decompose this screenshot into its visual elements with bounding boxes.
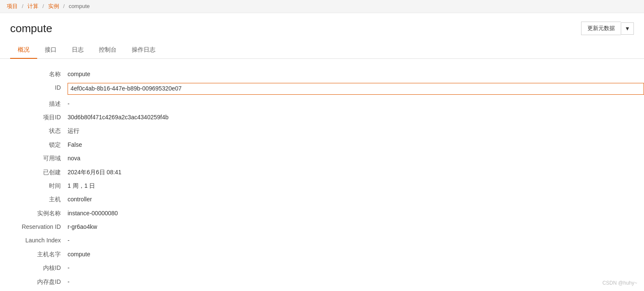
label-host: 主机 [0, 195, 68, 204]
label-project-id: 项目ID [0, 113, 68, 122]
detail-row-ramdisk-id: 内存盘ID - [0, 275, 644, 288]
breadcrumb: 项目 / 计算 / 实例 / compute [0, 0, 644, 13]
breadcrumb-sep-1: / [22, 3, 24, 9]
value-id: 4ef0c4ab-8b16-447e-b89b-009695320e07 [68, 83, 644, 94]
label-instance-name: 实例名称 [0, 209, 68, 218]
label-desc: 描述 [0, 99, 68, 108]
label-status: 状态 [0, 126, 68, 135]
tab-log[interactable]: 日志 [64, 42, 91, 59]
breadcrumb-sep-3: / [63, 3, 65, 9]
label-kernel-id: 内核ID [0, 263, 68, 272]
breadcrumb-实例[interactable]: 实例 [48, 3, 59, 9]
breadcrumb-sep-2: / [43, 3, 44, 9]
value-reservation-id: r-gr6ao4kw [68, 222, 644, 231]
label-id: ID [0, 83, 68, 94]
value-az: nova [68, 154, 644, 163]
value-created: 2024年6月6日 08:41 [68, 167, 644, 177]
label-name: 名称 [0, 69, 68, 79]
detail-row-hostname: 主机名字 compute [0, 247, 644, 261]
value-kernel-id: - [68, 263, 644, 272]
value-ramdisk-id: - [68, 277, 644, 286]
value-status: 运行 [68, 126, 644, 135]
label-az: 可用域 [0, 154, 68, 163]
detail-row-status: 状态 运行 [0, 124, 644, 137]
detail-row-desc: 描述 - [0, 97, 644, 110]
detail-row-az: 可用域 nova [0, 151, 644, 165]
label-hostname: 主机名字 [0, 250, 68, 259]
detail-row-instance-name: 实例名称 instance-00000080 [0, 206, 644, 220]
detail-row-locked: 锁定 False [0, 138, 644, 151]
label-locked: 锁定 [0, 140, 68, 149]
update-dropdown-button[interactable]: ▼ [621, 22, 634, 35]
detail-section: 名称 compute ID 4ef0c4ab-8b16-447e-b89b-00… [0, 67, 644, 291]
detail-row-host: 主机 controller [0, 192, 644, 206]
value-instance-name: instance-00000080 [68, 209, 644, 218]
label-time: 时间 [0, 181, 68, 190]
value-hostname: compute [68, 250, 644, 259]
detail-row-id: ID 4ef0c4ab-8b16-447e-b89b-009695320e07 [0, 81, 644, 96]
detail-row-time: 时间 1 周，1 日 [0, 179, 644, 192]
label-launch-index: Launch Index [0, 236, 68, 245]
tab-console[interactable]: 控制台 [91, 42, 124, 59]
label-created: 已创建 [0, 167, 68, 177]
label-ramdisk-id: 内存盘ID [0, 277, 68, 286]
value-time: 1 周，1 日 [68, 181, 644, 190]
value-host: controller [68, 195, 644, 204]
breadcrumb-current: compute [69, 3, 90, 9]
label-reservation-id: Reservation ID [0, 222, 68, 231]
detail-row-kernel-id: 内核ID - [0, 261, 644, 275]
detail-row-reservation-id: Reservation ID r-gr6ao4kw [0, 220, 644, 233]
value-project-id: 30d6b80f471c4269a2c3ac4340259f4b [68, 113, 644, 122]
content-area: 名称 compute ID 4ef0c4ab-8b16-447e-b89b-00… [0, 59, 644, 291]
page-header: compute 更新元数据 ▼ [0, 13, 644, 42]
value-name: compute [68, 69, 644, 79]
breadcrumb-项目[interactable]: 项目 [7, 3, 18, 9]
value-desc: - [68, 99, 644, 108]
update-metadata-button[interactable]: 更新元数据 [581, 22, 621, 35]
tabs-bar: 概况 接口 日志 控制台 操作日志 [0, 42, 644, 59]
breadcrumb-计算[interactable]: 计算 [27, 3, 38, 9]
header-actions: 更新元数据 ▼ [581, 22, 634, 35]
page-title: compute [10, 22, 52, 35]
tab-interface[interactable]: 接口 [37, 42, 64, 59]
value-launch-index: - [68, 236, 644, 245]
value-locked: False [68, 140, 644, 149]
tab-overview[interactable]: 概况 [10, 42, 37, 59]
watermark: CSDN @huhy~ [602, 280, 637, 286]
detail-row-created: 已创建 2024年6月6日 08:41 [0, 165, 644, 179]
detail-row-name: 名称 compute [0, 67, 644, 81]
detail-row-launch-index: Launch Index - [0, 233, 644, 247]
detail-row-project-id: 项目ID 30d6b80f471c4269a2c3ac4340259f4b [0, 110, 644, 124]
tab-operation-log[interactable]: 操作日志 [124, 42, 163, 59]
detail-row-device-name: 设备名称 /dev/vda [0, 288, 644, 291]
